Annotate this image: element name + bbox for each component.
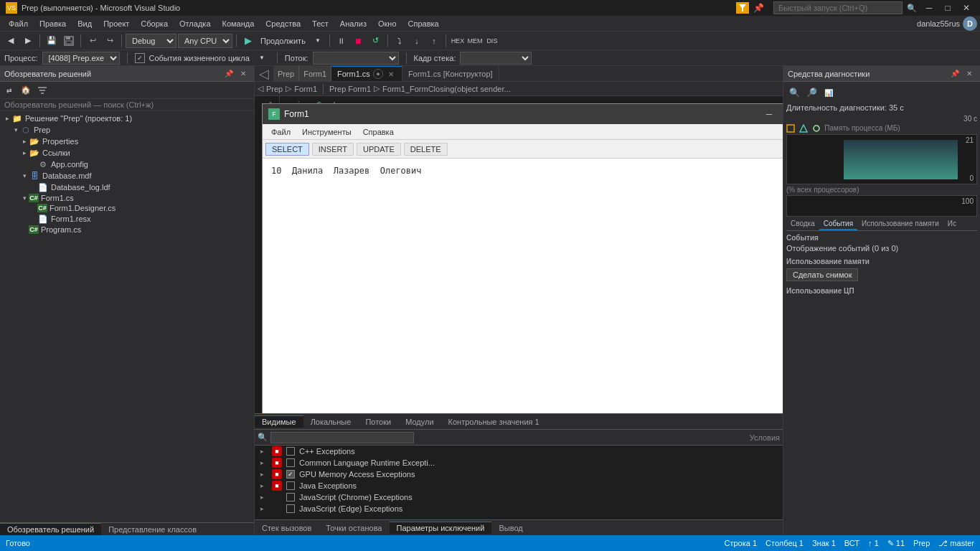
tab-class-view[interactable]: Представление классов	[101, 523, 204, 535]
events-dropdown[interactable]: ▼	[254, 50, 270, 66]
save-button[interactable]: 💾	[44, 33, 60, 49]
maximize-button[interactable]: □	[940, 0, 956, 16]
dropdown-arrow[interactable]: ▼	[310, 33, 326, 49]
pin-icon[interactable]: 📌	[752, 2, 765, 14]
debug-tab-threads[interactable]: Потоки	[358, 415, 398, 428]
menu-build[interactable]: Сборка	[135, 18, 174, 29]
diag-zoom-out[interactable]: 🔍	[786, 85, 802, 100]
diag-close-button[interactable]: ✕	[963, 67, 976, 80]
menu-tools[interactable]: Средства	[260, 18, 306, 29]
exc-search-input[interactable]	[270, 432, 414, 443]
se-search-input[interactable]	[4, 100, 250, 109]
close-panel-button[interactable]: ✕	[237, 67, 250, 80]
platform-dropdown[interactable]: Any CPU	[178, 34, 232, 48]
thread-dropdown[interactable]	[313, 52, 399, 65]
tab-form1constructor[interactable]: Form1.cs [Конструктор]	[402, 66, 499, 81]
diag-tab-summary[interactable]: Сводка	[786, 218, 819, 230]
form1-menu-tools[interactable]: Инструменты	[296, 126, 357, 138]
breadcrumb-form12[interactable]: Form1	[294, 85, 317, 93]
stop-button[interactable]: ⏹	[351, 33, 367, 49]
exc-check-jschrome[interactable]	[286, 493, 295, 501]
tree-item-programcs[interactable]: C# Program.cs	[0, 225, 254, 235]
hex-button[interactable]: HEX	[450, 33, 466, 49]
btn-select[interactable]: SELECT	[265, 143, 309, 156]
disassembly-button[interactable]: DIS	[484, 33, 500, 49]
menu-team[interactable]: Команда	[217, 18, 260, 29]
menu-file[interactable]: Файл	[3, 18, 34, 29]
tree-item-database[interactable]: ▾ 🗄 Database.mdf	[0, 170, 254, 182]
diag-zoom-in[interactable]: 🔎	[804, 85, 819, 100]
se-search-box[interactable]	[0, 99, 254, 111]
tree-item-solution[interactable]: ▸ 📁 Решение "Prep" (проектов: 1)	[0, 113, 254, 124]
exc-row-java[interactable]: ▸ ■ Java Exceptions	[255, 480, 783, 491]
menu-analyze[interactable]: Анализ	[334, 18, 372, 29]
filter-icon[interactable]	[736, 2, 749, 14]
breadcrumb-method[interactable]: Form1_FormClosing(object sender...	[382, 85, 511, 93]
tree-item-form1cs[interactable]: ▾ C# Form1.cs	[0, 193, 254, 203]
menu-test[interactable]: Тест	[306, 18, 334, 29]
user-avatar[interactable]: D	[963, 17, 977, 31]
tree-item-form1resx[interactable]: 📄 Form1.resx	[0, 213, 254, 225]
debug-tab-visible[interactable]: Видимые	[255, 415, 303, 428]
close-button[interactable]: ✕	[958, 0, 974, 16]
breadcrumb-prep2[interactable]: Prep	[266, 85, 283, 93]
search-icon[interactable]: 🔍	[905, 1, 918, 14]
memory-button[interactable]: MEM	[467, 33, 483, 49]
exc-check-java[interactable]	[286, 481, 295, 490]
debug-tab-modules[interactable]: Модули	[398, 415, 440, 428]
diag-tab-more[interactable]: Ис	[943, 218, 961, 230]
exc-check-cpp[interactable]	[286, 447, 295, 456]
pause-button[interactable]: ⏸	[334, 33, 349, 49]
bptab-exceptions[interactable]: Параметры исключений	[390, 522, 492, 534]
diag-chart-button[interactable]: 📊	[821, 85, 837, 100]
menu-view[interactable]: Вид	[72, 18, 98, 29]
step-into-button[interactable]: ↓	[409, 33, 425, 49]
menu-help[interactable]: Справка	[402, 18, 445, 29]
se-sync-button[interactable]: ⇄	[1, 83, 17, 98]
breadcrumb-form1-right[interactable]: Prep Form1	[329, 85, 371, 93]
diag-tab-events[interactable]: События	[819, 218, 857, 230]
menu-debug[interactable]: Отладка	[174, 18, 216, 29]
tree-item-dbldf[interactable]: 📄 Database_log.ldf	[0, 182, 254, 193]
btn-update[interactable]: UPDATE	[357, 143, 401, 156]
se-home-button[interactable]: 🏠	[18, 83, 34, 98]
bptab-breakpoints[interactable]: Точки останова	[319, 522, 389, 534]
restart-button[interactable]: ↺	[368, 33, 384, 49]
forward-button[interactable]: ▶	[20, 33, 36, 49]
stack-dropdown[interactable]	[460, 52, 532, 65]
se-filter-button[interactable]	[34, 83, 50, 98]
debug-tab-watch[interactable]: Контрольные значения 1	[441, 415, 547, 428]
form1-menu-file[interactable]: Файл	[265, 126, 296, 138]
bptab-output[interactable]: Вывод	[491, 522, 529, 534]
save-all-button[interactable]	[61, 33, 77, 49]
minimize-button[interactable]: ─	[921, 0, 937, 16]
tree-item-properties[interactable]: ▸ 📂 Properties	[0, 136, 254, 147]
diag-pin-button[interactable]: 📌	[948, 67, 961, 80]
snapshot-button[interactable]: Сделать снимок	[786, 268, 858, 281]
redo-button[interactable]: ↪	[102, 33, 118, 49]
btn-delete[interactable]: DELETE	[404, 143, 448, 156]
exc-row-clr[interactable]: ▸ ■ Common Language Runtime Excepti...	[255, 457, 783, 468]
form1-minimize-button[interactable]: ─	[760, 107, 778, 121]
quick-launch-input[interactable]	[773, 1, 903, 14]
events-checkbox[interactable]: ✓	[135, 53, 145, 63]
tree-item-appconfig[interactable]: ⚙ App.config	[0, 159, 254, 170]
process-dropdown[interactable]: [4088] Prep.exe	[42, 52, 120, 65]
exc-row-gpu[interactable]: ▸ ■ ✓ GPU Memory Access Exceptions	[255, 468, 783, 480]
back-nav-button[interactable]: ◁	[255, 66, 273, 81]
continue-button[interactable]: ▶	[240, 33, 256, 49]
menu-edit[interactable]: Правка	[34, 18, 72, 29]
exc-check-jsedge[interactable]	[286, 504, 295, 513]
diag-tab-memory[interactable]: Использование памяти	[857, 218, 943, 230]
exc-row-cpp[interactable]: ▸ ■ C++ Exceptions	[255, 446, 783, 457]
tab-form1cs[interactable]: Form1.cs ● ✕	[331, 66, 402, 81]
tree-item-prep[interactable]: ▾ ⬡ Prep	[0, 124, 254, 136]
debug-tab-locals[interactable]: Локальные	[303, 415, 359, 428]
menu-project[interactable]: Проект	[98, 18, 135, 29]
form1-maximize-button[interactable]: □	[779, 107, 783, 121]
menu-window[interactable]: Окно	[372, 18, 402, 29]
debug-config-dropdown[interactable]: Debug Release	[126, 34, 176, 48]
tree-item-links[interactable]: ▸ 📂 Ссылки	[0, 147, 254, 159]
tree-item-form1designer[interactable]: C# Form1.Designer.cs	[0, 203, 254, 213]
btn-insert[interactable]: INSERT	[312, 143, 354, 156]
